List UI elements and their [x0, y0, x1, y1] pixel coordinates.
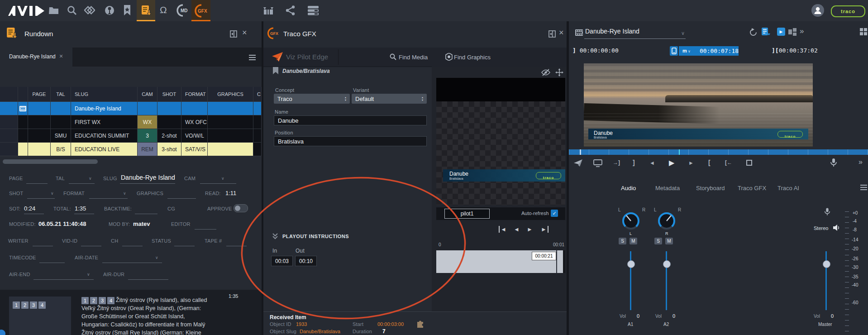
vol-value-a2[interactable]: 0 [672, 313, 675, 319]
people-icon[interactable] [104, 5, 115, 16]
format-select[interactable] [89, 198, 128, 199]
tab-viz-pilot-edge[interactable]: Viz Pilot Edge [286, 53, 328, 61]
airend-chevron-icon[interactable]: ∨ [87, 273, 90, 277]
slug-input[interactable] [120, 183, 175, 184]
mute-button-a2[interactable]: M [665, 238, 673, 244]
tab-metadata[interactable]: Metadata [655, 185, 680, 191]
vol-value-master[interactable]: 0 [831, 313, 834, 319]
playout-collapse-icon[interactable] [272, 233, 278, 239]
cue-chip[interactable]: 1 [81, 297, 89, 304]
dock-panel-icon[interactable] [548, 30, 556, 38]
tc-mode-chevron-icon[interactable]: ∨ [688, 49, 691, 53]
playout-out-input[interactable]: 00:10 [295, 256, 317, 266]
mark-out-icon[interactable]: [ [708, 159, 711, 166]
airdur-input[interactable] [128, 279, 168, 280]
col-cam[interactable]: CAM [138, 87, 157, 102]
backtime-input[interactable] [135, 214, 157, 214]
page-input[interactable] [26, 183, 48, 184]
search-icon[interactable] [67, 5, 77, 15]
auto-refresh-checkbox[interactable]: ✓ [551, 210, 558, 217]
total-input[interactable] [74, 214, 94, 214]
object-id-value[interactable]: 1933 [296, 321, 307, 327]
tab-storyboard[interactable]: Storyboard [696, 185, 725, 191]
tabs-menu-icon[interactable] [860, 183, 867, 191]
writer-input[interactable] [33, 246, 53, 246]
goto-in-icon[interactable]: →] [613, 159, 620, 166]
queue-list-icon[interactable] [307, 5, 320, 16]
editor-input[interactable] [195, 229, 216, 230]
more-transport-icon[interactable]: » [858, 158, 863, 166]
omega-icon[interactable]: Ω [160, 5, 167, 15]
tal-chevron-icon[interactable]: ∨ [89, 177, 92, 181]
tab-find-media[interactable]: Find Media [399, 54, 428, 61]
bookmark-icon[interactable] [123, 5, 131, 16]
move-icon[interactable] [555, 68, 563, 77]
menu-hamburger-icon[interactable] [249, 53, 256, 62]
folder-icon[interactable] [49, 6, 59, 15]
asset-name[interactable]: Danube-Rye Island [585, 28, 639, 35]
close-panel-icon[interactable]: × [559, 29, 564, 36]
step-forward-icon[interactable]: ► [527, 226, 533, 233]
script-text[interactable]: 1234Žitný ostrov (Rye Island), also call… [81, 296, 244, 335]
playout-in-input[interactable]: 00:03 [271, 256, 293, 266]
cam-chevron-icon[interactable]: ∨ [221, 177, 224, 181]
cue-chip[interactable]: 4 [107, 297, 114, 304]
status-input[interactable] [174, 246, 195, 246]
ch-input[interactable] [122, 246, 143, 246]
tal-select[interactable] [69, 183, 95, 184]
media-timeline[interactable] [569, 149, 868, 155]
channel-box[interactable]: pilot1 [444, 209, 490, 219]
airdate-chevron-icon[interactable]: ∨ [155, 256, 158, 260]
cue-chip[interactable]: 3 [99, 297, 106, 304]
asset-refresh-icon[interactable] [749, 28, 758, 37]
share-icon[interactable] [285, 5, 296, 16]
shot-chevron-icon[interactable]: ∨ [51, 191, 54, 196]
tab-traco-gfx[interactable]: Traco GFX [738, 185, 766, 191]
col-shot[interactable]: SHOT [157, 87, 181, 102]
more-panels-icon[interactable]: » [800, 27, 804, 36]
send-playback-icon[interactable] [574, 159, 583, 167]
table-row[interactable]: FIRST WX WX WX OFC [0, 115, 262, 129]
table-row-selected[interactable]: Danube-Rye Island [0, 102, 262, 115]
timeline-playhead[interactable] [679, 149, 680, 155]
col-page[interactable]: PAGE [28, 87, 51, 102]
tape-input[interactable] [226, 246, 247, 246]
tc-mode[interactable]: m [682, 48, 687, 53]
monitor-icon[interactable] [593, 159, 602, 167]
solo-button-a2[interactable]: S [654, 238, 662, 244]
fader-thumb-master[interactable] [823, 260, 830, 268]
layout-icon[interactable] [788, 28, 796, 36]
object-slug-value[interactable]: Danube/Bratislava [300, 329, 340, 334]
source-mode-icon[interactable] [670, 46, 678, 56]
col-graphics[interactable]: GRAPHICS [208, 87, 253, 102]
cue-chip[interactable]: 1 [13, 302, 20, 309]
play-button[interactable]: ▶ [669, 158, 674, 167]
shot-select[interactable] [27, 198, 55, 199]
total-value[interactable]: 1:35 [75, 205, 86, 212]
trim-tool-icon[interactable] [262, 5, 274, 16]
mic-icon[interactable] [824, 207, 831, 216]
preview-timeline-track[interactable]: 00:00:21 [436, 250, 565, 273]
step-back-icon[interactable]: ◄ [514, 226, 520, 233]
solo-button-a1[interactable]: S [619, 238, 626, 244]
cue-chip[interactable]: 3 [30, 302, 37, 309]
current-timecode-field[interactable]: m ∨ 00:00:07:18 [679, 46, 739, 56]
preview-playhead[interactable] [556, 250, 557, 273]
col-format[interactable]: FORMAT [181, 87, 208, 102]
step-back-icon[interactable]: ◄ [649, 160, 655, 166]
match-frame-icon[interactable] [746, 160, 752, 166]
table-hscrollbar[interactable] [3, 159, 98, 164]
concept-select[interactable]: Traco ▴▾ [274, 94, 350, 104]
audio-punch-icon[interactable] [830, 158, 838, 167]
format-chevron-icon[interactable]: ∨ [123, 191, 126, 196]
asset-info-icon[interactable] [762, 28, 770, 36]
graphics-input[interactable] [167, 198, 196, 199]
cue-chip[interactable]: 4 [38, 302, 46, 309]
sot-input[interactable] [24, 214, 44, 214]
jump-end-icon[interactable]: ► [541, 226, 548, 233]
table-row[interactable]: SMU EDUCATION SUMMIT 3 2-shot VO/W/L [0, 129, 262, 143]
pan-knob-a1[interactable] [621, 211, 640, 230]
tab-traco-ai[interactable]: Traco AI [777, 185, 799, 191]
mute-button-a1[interactable]: M [630, 238, 637, 244]
fader-thumb-a1[interactable] [627, 260, 635, 268]
